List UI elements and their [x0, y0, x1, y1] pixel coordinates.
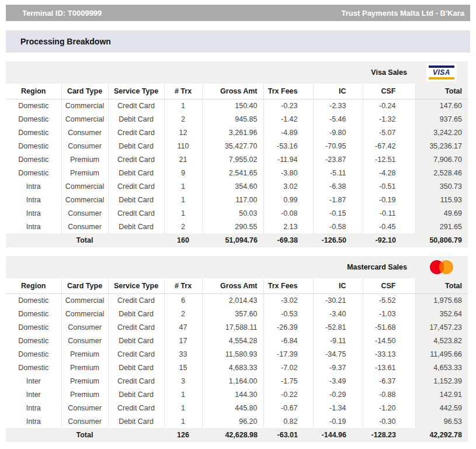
total-service-type [108, 233, 164, 247]
cell-service-type: Credit Card [108, 293, 164, 307]
cell-ic: -9.80 [313, 126, 363, 139]
cell-csf: -1.03 [363, 307, 415, 320]
page-title: Processing Breakdown [20, 37, 111, 46]
cell-csf: -13.61 [363, 361, 415, 374]
total-trx-fees: -69.38 [263, 233, 313, 247]
cell-card-type: Consumer [61, 139, 108, 153]
cell-trx-fees: -0.22 [263, 388, 313, 401]
cell-gross-amt: 290.55 [202, 220, 263, 233]
total-region [6, 233, 61, 247]
table-row: IntraCommercialDebit Card1117.000.99-1.8… [6, 193, 468, 206]
table-row: IntraConsumerCredit Card1445.80-0.67-1.3… [6, 401, 468, 415]
cell-ic: -1.34 [313, 401, 363, 415]
cell-card-type: Commercial [61, 293, 108, 307]
cell-card-type: Commercial [61, 179, 108, 193]
cell-csf: -0.30 [363, 415, 415, 428]
cell-csf: -1.32 [363, 112, 415, 126]
col-header-trx: # Trx [164, 84, 202, 99]
cell-trx: 1 [164, 415, 202, 428]
cell-trx-fees: -11.94 [263, 153, 313, 166]
cell-gross-amt: 50.03 [202, 206, 263, 220]
cell-gross-amt: 354.60 [202, 179, 263, 193]
cell-service-type: Debit Card [108, 166, 164, 179]
cell-ic: -52.81 [313, 320, 363, 334]
cell-trx: 1 [164, 179, 202, 193]
cell-gross-amt: 445.80 [202, 401, 263, 415]
cell-card-type: Consumer [61, 401, 108, 415]
breakdown-table: RegionCard TypeService Type# TrxGross Am… [6, 84, 468, 247]
cell-csf: -5.52 [363, 293, 415, 307]
total-ic: -126.50 [313, 233, 363, 247]
cell-service-type: Credit Card [108, 401, 164, 415]
mastercard-band-label: Mastercard Sales [347, 263, 407, 271]
cell-service-type: Debit Card [108, 388, 164, 401]
col-header-service-type: Service Type [108, 84, 164, 99]
table-row: IntraConsumerDebit Card196.200.82-0.19-0… [6, 415, 468, 428]
cell-trx: 2 [164, 307, 202, 320]
cell-region: Domestic [6, 99, 61, 112]
cell-trx: 21 [164, 153, 202, 166]
cell-total: 96.53 [415, 415, 468, 428]
cell-gross-amt: 117.00 [202, 193, 263, 206]
table-row: DomesticCommercialCredit Card62,014.43-3… [6, 293, 468, 307]
col-header-trx-fees: Trx Fees [263, 278, 313, 293]
cell-service-type: Debit Card [108, 415, 164, 428]
cell-csf: -4.28 [363, 166, 415, 179]
total-region [6, 428, 61, 442]
cell-total: 147.60 [415, 99, 468, 112]
cell-ic: -0.19 [313, 415, 363, 428]
cell-csf: -0.51 [363, 179, 415, 193]
cell-total: 1,152.39 [415, 374, 468, 388]
header-row: RegionCard TypeService Type# TrxGross Am… [6, 278, 468, 293]
cell-total: 4,523.82 [415, 334, 468, 347]
cell-total: 350.73 [415, 179, 468, 193]
visa-wordmark: VISA [429, 68, 454, 77]
cell-gross-amt: 11,580.93 [202, 347, 263, 361]
cell-card-type: Consumer [61, 206, 108, 220]
cell-total: 3,242.20 [415, 126, 468, 139]
cell-card-type: Premium [61, 388, 108, 401]
cell-card-type: Premium [61, 347, 108, 361]
table-row: DomesticConsumerDebit Card174,554.28-6.8… [6, 334, 468, 347]
cell-gross-amt: 4,554.28 [202, 334, 263, 347]
cell-csf: -14.50 [363, 334, 415, 347]
total-label: Total [61, 428, 108, 442]
cell-ic: -0.29 [313, 388, 363, 401]
cell-csf: -1.20 [363, 401, 415, 415]
table-row: DomesticConsumerCredit Card4717,588.11-2… [6, 320, 468, 334]
cell-trx: 3 [164, 374, 202, 388]
tables-container: Visa Sales VISA RegionCard TypeService T… [6, 61, 470, 442]
cell-region: Intra [6, 401, 61, 415]
cell-trx: 2 [164, 112, 202, 126]
col-header-ic: IC [313, 278, 363, 293]
cell-total: 11,495.66 [415, 347, 468, 361]
cell-region: Intra [6, 179, 61, 193]
table-row: DomesticCommercialDebit Card2357.60-0.53… [6, 307, 468, 320]
total-total: 50,806.79 [415, 233, 468, 247]
cell-trx: 12 [164, 126, 202, 139]
cell-gross-amt: 35,427.70 [202, 139, 263, 153]
cell-card-type: Premium [61, 374, 108, 388]
cell-total: 7,906.70 [415, 153, 468, 166]
cell-ic: -1.87 [313, 193, 363, 206]
cell-total: 291.65 [415, 220, 468, 233]
cell-total: 49.69 [415, 206, 468, 220]
cell-csf: -0.11 [363, 206, 415, 220]
cell-csf: -0.24 [363, 99, 415, 112]
cell-trx-fees: -26.39 [263, 320, 313, 334]
cell-service-type: Debit Card [108, 139, 164, 153]
table-row: DomesticCommercialDebit Card2945.85-1.42… [6, 112, 468, 126]
col-header-gross-amt: Gross Amt [202, 84, 263, 99]
cell-trx-fees: -4.89 [263, 126, 313, 139]
cell-service-type: Debit Card [108, 220, 164, 233]
cell-region: Domestic [6, 347, 61, 361]
cell-trx-fees: -0.53 [263, 307, 313, 320]
col-header-total: Total [415, 84, 468, 99]
cell-service-type: Debit Card [108, 193, 164, 206]
cell-card-type: Consumer [61, 220, 108, 233]
cell-trx: 1 [164, 388, 202, 401]
mastercard-logo-icon [430, 260, 453, 275]
cell-csf: -5.07 [363, 126, 415, 139]
cell-gross-amt: 3,261.96 [202, 126, 263, 139]
cell-total: 17,457.23 [415, 320, 468, 334]
